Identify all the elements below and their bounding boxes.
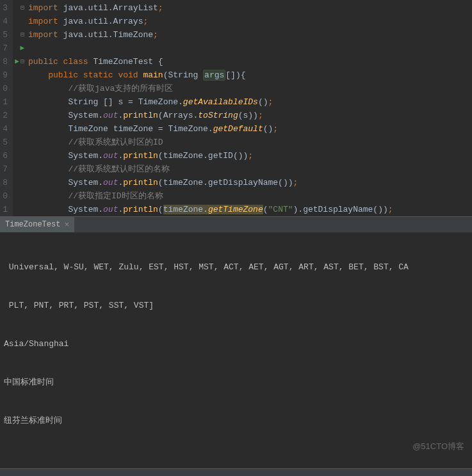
watermark: @51CTO博客 — [412, 440, 464, 453]
console-line: 纽芬兰标准时间 — [4, 415, 468, 427]
line-number: 9 — [0, 68, 8, 82]
fold-icon[interactable]: ⊟ — [20, 55, 24, 68]
fold-icon[interactable]: ⊟ — [20, 28, 24, 42]
code-line: import java.util.ArrayList; — [28, 1, 472, 15]
code-line: String [] s = TimeZone.getAvailableIDs()… — [28, 95, 472, 109]
line-number: 7 — [0, 163, 8, 176]
line-number: 7 — [0, 42, 8, 55]
console-tab-label: TimeZoneTest — [5, 220, 60, 229]
code-line: import java.util.Arrays; — [28, 15, 472, 28]
code-line: //获取java支持的所有时区 — [28, 82, 472, 95]
line-number: 6 — [0, 149, 8, 163]
status-bar — [0, 468, 472, 476]
code-line: //获取系统默认时区的ID — [28, 136, 472, 149]
line-number: 5 — [0, 28, 8, 42]
line-number: 1 — [0, 203, 8, 216]
code-line: import java.util.TimeZone; — [28, 28, 472, 42]
close-icon[interactable]: × — [64, 220, 69, 230]
editor-container: 3⊟ 4 5⊟ 7▶ 8▶⊟ 9 0 1 2 4 5 6 7 8 0 1 2⊟ … — [0, 0, 472, 216]
console-line: PLT, PNT, PRT, PST, SST, VST] — [4, 299, 468, 312]
line-number: 0 — [0, 82, 8, 95]
console-panel: TimeZoneTest × Universal, W-SU, WET, Zul… — [0, 216, 472, 476]
line-number: 4 — [0, 15, 8, 28]
code-area[interactable]: import java.util.ArrayList; import java.… — [13, 0, 472, 216]
line-number: 0 — [0, 189, 8, 203]
line-number: 3 — [0, 1, 8, 15]
code-line: System.out.println(timeZone.getID()); — [28, 149, 472, 163]
code-line: System.out.println(Arrays.toString(s)); — [28, 109, 472, 122]
line-number: 8 — [0, 55, 8, 68]
code-line: System.out.println(timeZone.getDisplayNa… — [28, 176, 472, 189]
gutter: 3⊟ 4 5⊟ 7▶ 8▶⊟ 9 0 1 2 4 5 6 7 8 0 1 2⊟ … — [0, 0, 13, 216]
console-line: Universal, W-SU, WET, Zulu, EST, HST, MS… — [4, 261, 468, 274]
line-number: 5 — [0, 136, 8, 149]
console-output[interactable]: Universal, W-SU, WET, Zulu, EST, HST, MS… — [0, 233, 472, 468]
console-tabs: TimeZoneTest × — [0, 217, 472, 233]
code-line: public class TimeZoneTest { — [28, 55, 472, 68]
line-number: 2 — [0, 109, 8, 122]
code-line: //获取系统默认时区的名称 — [28, 163, 472, 176]
line-number: 1 — [0, 95, 8, 109]
fold-icon[interactable]: ⊟ — [20, 1, 24, 15]
run-icon[interactable]: ▶ — [20, 42, 24, 55]
console-line: 中国标准时间 — [4, 376, 468, 389]
console-line: Asia/Shanghai — [4, 338, 468, 351]
code-line: //获取指定ID时区的名称 — [28, 189, 472, 203]
console-tab[interactable]: TimeZoneTest × — [0, 217, 74, 232]
code-line: public static void main(String args[]){ — [28, 68, 472, 82]
code-line — [28, 42, 472, 55]
run-icon[interactable]: ▶ — [15, 55, 19, 68]
line-number: 8 — [0, 176, 8, 189]
code-line: TimeZone timeZone = TimeZone.getDefault(… — [28, 122, 472, 136]
line-number: 4 — [0, 122, 8, 136]
code-line: System.out.println(timeZone.getTimeZone(… — [28, 203, 472, 216]
